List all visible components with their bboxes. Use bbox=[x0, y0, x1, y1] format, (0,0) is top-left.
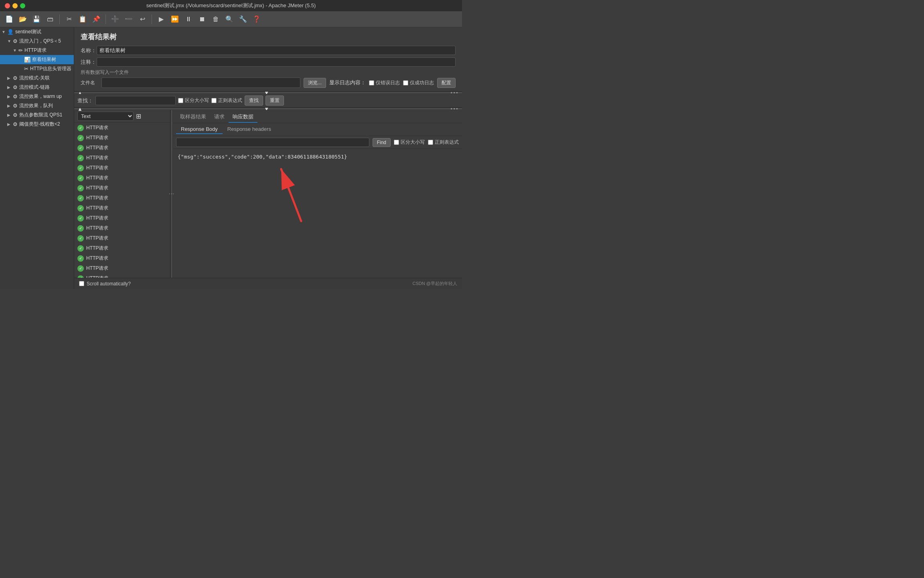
reset-button[interactable]: 重置 bbox=[265, 96, 284, 106]
success-log-check-label[interactable]: 仅成功日志 bbox=[403, 79, 434, 86]
sidebar-item-flow-queue[interactable]: ▶ ⚙ 流控效果，队列 bbox=[0, 101, 74, 110]
maximize-button[interactable] bbox=[20, 3, 25, 8]
result-item[interactable]: ✓HTTP请求 bbox=[74, 173, 170, 183]
resp-case-label[interactable]: 区分大小写 bbox=[394, 139, 425, 146]
result-item[interactable]: ✓HTTP请求 bbox=[74, 273, 170, 278]
sidebar-item-hotspot[interactable]: ▶ ⚙ 热点参数限流 QPS1 bbox=[0, 110, 74, 120]
regex-label-wrap[interactable]: 正则表达式 bbox=[211, 97, 242, 104]
resp-regex-label[interactable]: 正则表达式 bbox=[428, 139, 459, 146]
minimize-button[interactable] bbox=[12, 3, 18, 8]
result-label: HTTP请求 bbox=[86, 205, 108, 212]
result-item[interactable]: ✓HTTP请求 bbox=[74, 143, 170, 153]
result-item[interactable]: ✓HTTP请求 bbox=[74, 263, 170, 273]
case-sensitive-label[interactable]: 区分大小写 bbox=[178, 97, 209, 104]
result-item[interactable]: ✓HTTP请求 bbox=[74, 213, 170, 223]
result-item[interactable]: ✓HTTP请求 bbox=[74, 203, 170, 213]
result-item[interactable]: ✓HTTP请求 bbox=[74, 233, 170, 243]
result-item[interactable]: ✓HTTP请求 bbox=[74, 253, 170, 263]
sidebar-item-view-results-tree[interactable]: 📊 察看结果树 bbox=[0, 55, 74, 64]
hhm-icon: ✂ bbox=[24, 66, 28, 72]
success-log-checkbox[interactable] bbox=[403, 80, 408, 85]
pause-button[interactable]: ⏸ bbox=[182, 13, 195, 25]
scroll-auto-checkbox[interactable] bbox=[79, 281, 84, 286]
paste-button[interactable]: 📌 bbox=[90, 13, 102, 25]
tab-response-body[interactable]: Response Body bbox=[176, 125, 223, 134]
result-item[interactable]: ✓HTTP请求 bbox=[74, 163, 170, 173]
new-button[interactable]: 📄 bbox=[3, 13, 15, 25]
main-layout: ▼ 👤 sentinel测试 ▼ ⚙ 流控入门，QPS＜5 ▼ ✏ HTTP请求… bbox=[0, 27, 462, 289]
start-nopause-button[interactable]: ⏩ bbox=[169, 13, 181, 25]
response-search-input[interactable] bbox=[176, 138, 369, 147]
copy-button[interactable]: 📋 bbox=[77, 13, 89, 25]
remote-button[interactable]: 🔧 bbox=[237, 13, 249, 25]
window-controls[interactable] bbox=[5, 3, 25, 8]
tab-sampler-results[interactable]: 取样器结果 bbox=[176, 112, 210, 123]
find-button[interactable]: Find bbox=[373, 138, 391, 147]
search-input[interactable] bbox=[95, 96, 176, 105]
sidebar-item-flow-warmup[interactable]: ▶ ⚙ 流控效果，warm up bbox=[0, 92, 74, 101]
comment-row: 注释： bbox=[81, 57, 456, 67]
undo-button[interactable]: ↩ bbox=[136, 13, 148, 25]
stop-button[interactable]: ⏹ bbox=[196, 13, 208, 25]
resp-regex-checkbox[interactable] bbox=[428, 140, 433, 145]
results-pane: Text ⊞ ✓HTTP请求✓HTTP请求✓HTTP请求✓HTTP请求✓HTTP… bbox=[74, 110, 462, 278]
case-sensitive-checkbox[interactable] bbox=[178, 98, 183, 103]
result-label: HTTP请求 bbox=[86, 195, 108, 201]
name-row: 名称： bbox=[81, 46, 456, 55]
file-input[interactable] bbox=[101, 77, 300, 88]
tab-response-data[interactable]: 响应数据 bbox=[229, 112, 257, 123]
success-icon: ✓ bbox=[77, 255, 84, 262]
sidebar-item-http-header-mgr[interactable]: ✂ HTTP信息头管理器 bbox=[0, 64, 74, 73]
arrow-annotation bbox=[277, 161, 325, 226]
tab-response-headers[interactable]: Response headers bbox=[223, 125, 276, 134]
clear-button[interactable]: 🗑 bbox=[210, 13, 222, 25]
comment-input[interactable] bbox=[97, 57, 456, 67]
open-button[interactable]: 📂 bbox=[17, 13, 29, 25]
save-button[interactable]: 💾 bbox=[30, 13, 43, 25]
regex-label: 正则表达式 bbox=[218, 97, 242, 104]
content-area: 查看结果树 名称： 注释： 所有数据写入一个文件 文件名 浏览... 显示日志内… bbox=[74, 27, 462, 289]
fq-icon: ⚙ bbox=[13, 103, 18, 109]
titlebar: sentinel测试.jmx (/Volumes/scard/sentinel测… bbox=[0, 0, 462, 11]
sidebar-item-root[interactable]: ▼ 👤 sentinel测试 bbox=[0, 27, 74, 37]
help-button[interactable]: ❓ bbox=[251, 13, 263, 25]
result-item[interactable]: ✓HTTP请求 bbox=[74, 133, 170, 143]
sidebar-item-flow-link[interactable]: ▶ ⚙ 流控模式-关联 bbox=[0, 73, 74, 83]
sidebar-item-thread-group[interactable]: ▼ ⚙ 流控入门，QPS＜5 bbox=[0, 37, 74, 46]
save-as-button[interactable]: 🗃 bbox=[44, 13, 56, 25]
results-type-select[interactable]: Text bbox=[77, 112, 134, 121]
result-item[interactable]: ✓HTTP请求 bbox=[74, 183, 170, 193]
scroll-auto-label[interactable]: Scroll automatically? bbox=[79, 281, 131, 287]
sidebar-item-flow-chain[interactable]: ▶ ⚙ 流控模式-链路 bbox=[0, 83, 74, 92]
success-icon: ✓ bbox=[77, 145, 84, 151]
browse-button[interactable]: 浏览... bbox=[304, 78, 326, 88]
search-button[interactable]: 查找 bbox=[245, 96, 263, 106]
search-toolbar-button[interactable]: 🔍 bbox=[223, 13, 235, 25]
start-button[interactable]: ▶ bbox=[155, 13, 167, 25]
cut-button[interactable]: ✂ bbox=[63, 13, 75, 25]
result-item[interactable]: ✓HTTP请求 bbox=[74, 243, 170, 253]
arrow-fw: ▶ bbox=[7, 94, 13, 99]
name-input[interactable] bbox=[97, 46, 456, 55]
resp-case-checkbox[interactable] bbox=[394, 140, 399, 145]
result-item[interactable]: ✓HTTP请求 bbox=[74, 223, 170, 233]
results-expand-icon[interactable]: ⊞ bbox=[136, 112, 141, 120]
comment-label: 注释： bbox=[81, 59, 97, 66]
close-button[interactable] bbox=[5, 3, 10, 8]
tab-request[interactable]: 请求 bbox=[210, 112, 229, 123]
result-item[interactable]: ✓HTTP请求 bbox=[74, 153, 170, 163]
sidebar-item-http-sampler[interactable]: ▼ ✏ HTTP请求 bbox=[0, 46, 74, 55]
sidebar-item-threshold[interactable]: ▶ ⚙ 阈值类型-线程数<2 bbox=[0, 120, 74, 129]
result-item[interactable]: ✓HTTP请求 bbox=[74, 123, 170, 133]
success-icon: ✓ bbox=[77, 135, 84, 141]
error-log-check-label[interactable]: 仅错误日志 bbox=[369, 79, 400, 86]
regex-checkbox[interactable] bbox=[211, 98, 217, 103]
error-log-checkbox[interactable] bbox=[369, 80, 374, 85]
detail-pane: 取样器结果 请求 响应数据 Response Body Response hea… bbox=[173, 110, 462, 278]
config-button[interactable]: 配置 bbox=[437, 78, 456, 88]
result-item[interactable]: ✓HTTP请求 bbox=[74, 193, 170, 203]
sidebar: ▼ 👤 sentinel测试 ▼ ⚙ 流控入门，QPS＜5 ▼ ✏ HTTP请求… bbox=[0, 27, 74, 289]
add-button[interactable]: ➕ bbox=[109, 13, 121, 25]
resp-case-text: 区分大小写 bbox=[401, 139, 425, 146]
remove-button[interactable]: ➖ bbox=[123, 13, 135, 25]
